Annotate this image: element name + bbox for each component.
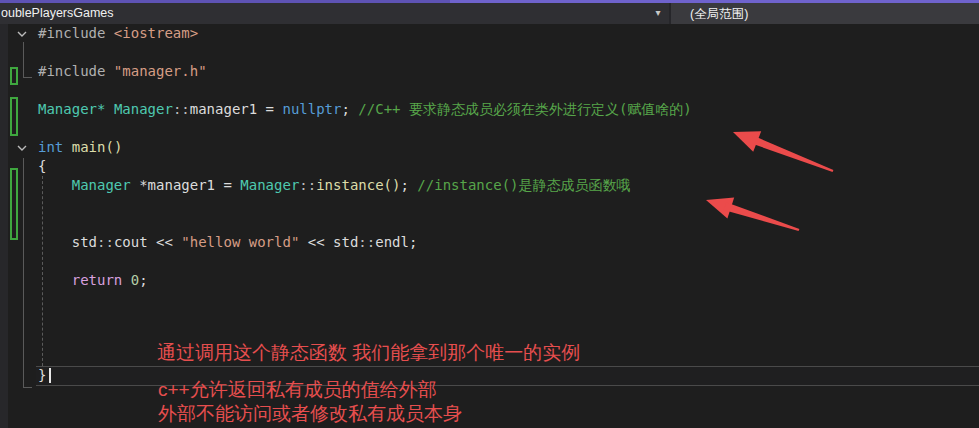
code-token: *manager1 = xyxy=(131,177,241,193)
code-token xyxy=(105,101,113,117)
annotation-text: 外部不能访问或者修改私有成员本身 xyxy=(158,401,462,427)
code-token: nullptr xyxy=(282,101,341,117)
code-token: int xyxy=(38,139,63,155)
code-line[interactable]: { xyxy=(38,157,692,176)
code-line[interactable] xyxy=(38,252,692,271)
change-marker xyxy=(10,168,18,240)
fold-guide-line xyxy=(23,158,24,388)
code-line[interactable] xyxy=(38,195,692,214)
code-line[interactable] xyxy=(38,119,692,138)
code-token: instance() xyxy=(316,177,400,193)
fold-guide-line xyxy=(23,42,24,78)
project-dropdown[interactable]: oublePlayersGames ▾ xyxy=(0,3,669,24)
annotation-text: c++允许返回私有成员的值给外部 xyxy=(158,377,437,403)
code-token: :: xyxy=(299,177,316,193)
fold-chevron-icon[interactable] xyxy=(16,30,28,38)
annotation-text: 通过调用这个静态函数 我们能拿到那个唯一的实例 xyxy=(157,340,580,366)
code-token: :: xyxy=(173,101,190,117)
code-line[interactable] xyxy=(38,81,692,100)
project-dropdown-label: oublePlayersGames xyxy=(1,6,114,20)
scope-dropdown[interactable]: (全局范围) xyxy=(671,3,979,24)
code-token: Manager xyxy=(114,101,173,117)
change-marker xyxy=(10,67,18,85)
code-token xyxy=(38,177,72,193)
code-token: #include xyxy=(38,63,114,79)
code-token: Manager xyxy=(72,177,131,193)
code-token: Manager xyxy=(240,177,299,193)
code-line[interactable] xyxy=(38,214,692,233)
code-line[interactable]: return 0; xyxy=(38,271,692,290)
visual-studio-editor-window: oublePlayersGames ▾ (全局范围) #include <ios… xyxy=(0,0,979,428)
code-token: } xyxy=(38,367,46,383)
navigation-bar: oublePlayersGames ▾ (全局范围) xyxy=(0,3,979,24)
code-token: :: xyxy=(358,234,375,250)
code-area[interactable]: #include <iostream>#include "manager.h"M… xyxy=(38,24,692,385)
code-token: "manager.h" xyxy=(114,63,207,79)
fold-guide-end xyxy=(23,387,32,388)
code-line[interactable]: std::cout << "hellow world" << std::endl… xyxy=(38,233,692,252)
code-token: //C++ 要求静态成员必须在类外进行定义(赋值啥的) xyxy=(358,101,691,117)
code-line[interactable]: #include "manager.h" xyxy=(38,62,692,81)
code-token: ; xyxy=(341,101,358,117)
text-cursor xyxy=(49,368,51,383)
scope-dropdown-label: (全局范围) xyxy=(690,6,748,23)
change-marker xyxy=(10,97,18,136)
code-token: <iostream> xyxy=(114,25,198,41)
chevron-down-icon: ▾ xyxy=(650,5,666,21)
fold-chevron-icon[interactable] xyxy=(16,144,28,152)
code-token: { xyxy=(38,158,46,174)
code-token: << std xyxy=(299,234,358,250)
code-token: #include xyxy=(38,25,114,41)
code-token: ; xyxy=(400,177,417,193)
code-token: //instance()是静态成员函数哦 xyxy=(417,177,630,193)
code-line[interactable] xyxy=(38,290,692,309)
code-line[interactable]: Manager *manager1 = Manager::instance();… xyxy=(38,176,692,195)
code-token: Manager* xyxy=(38,101,105,117)
code-token: endl; xyxy=(375,234,417,250)
code-token xyxy=(38,272,72,288)
code-token: return xyxy=(72,272,123,288)
code-token: :: xyxy=(97,234,114,250)
editor-glyph-margin xyxy=(0,24,8,428)
code-token: 0 xyxy=(122,272,139,288)
code-token: manager1 = xyxy=(190,101,283,117)
code-line[interactable]: Manager* Manager::manager1 = nullptr; //… xyxy=(38,100,692,119)
code-line[interactable]: int main() xyxy=(38,138,692,157)
code-token xyxy=(63,139,71,155)
code-token: cout << xyxy=(114,234,181,250)
fold-guide-end xyxy=(23,77,32,78)
code-token: ; xyxy=(139,272,147,288)
code-line[interactable]: #include <iostream> xyxy=(38,24,692,43)
code-line[interactable] xyxy=(38,43,692,62)
code-token: "hellow world" xyxy=(181,234,299,250)
code-token: main() xyxy=(72,139,123,155)
code-token: std xyxy=(38,234,97,250)
code-line[interactable] xyxy=(38,309,692,328)
